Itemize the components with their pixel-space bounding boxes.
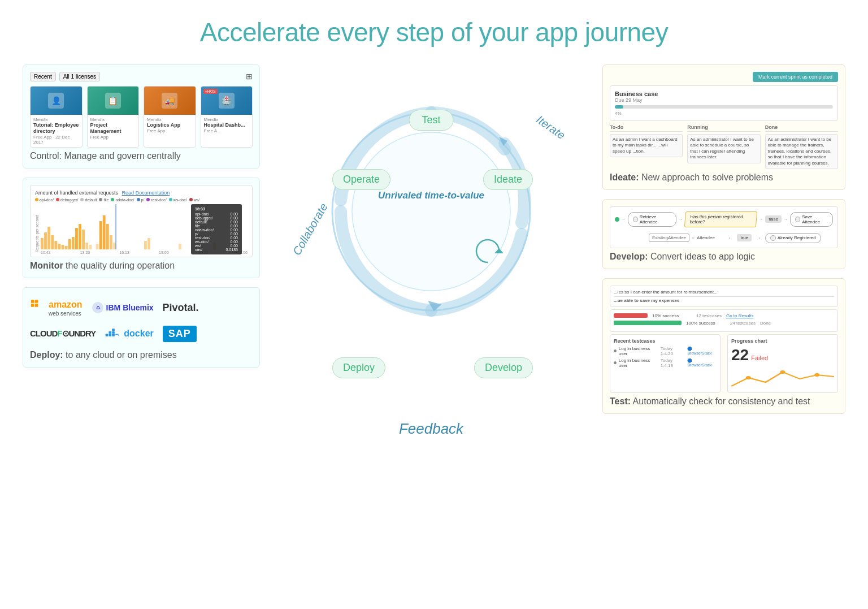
svg-rect-11 <box>79 224 81 249</box>
legend-file: file <box>99 198 108 202</box>
svg-rect-35 <box>109 331 112 334</box>
ibm-text: IBM Bluemix <box>106 303 154 312</box>
svg-point-45 <box>814 373 819 377</box>
ideate-bold: Ideate: <box>610 172 639 182</box>
app-card-header-logistics: 🚚 <box>144 87 196 115</box>
app-card-employee[interactable]: 👤 Mendix Tutorial: Employee directory Fr… <box>30 86 83 148</box>
vendor-label: Mendix <box>90 117 136 122</box>
tooltip-row-p: p/0.00 <box>195 232 238 236</box>
docker-logo: docker <box>105 327 153 340</box>
page-container: Accelerate every step of your app journe… <box>0 0 868 609</box>
ibm-logo: ♺ IBM Bluemix <box>92 301 154 314</box>
cloudfoundry-logo: CLOUDF⊙UNDRY <box>30 329 96 339</box>
story-text-1: ...ies so I can enter the amount for rei… <box>614 290 834 297</box>
develop-label: Develop: Convert ideas to app logic <box>610 252 838 262</box>
svg-point-43 <box>746 376 751 379</box>
svg-rect-13 <box>85 243 88 249</box>
develop-bold: Develop: <box>610 252 648 261</box>
business-case: Business case Due 29 May 4% <box>610 85 838 121</box>
svg-rect-18 <box>106 224 109 249</box>
kanban-todo-col: To-do As an admin I want a dashboard to … <box>610 124 683 169</box>
tooltip-row-rest: rest-doc/0.00 <box>195 236 238 240</box>
logistics-icon: 🚚 <box>162 93 177 109</box>
develop-rest: Convert ideas to app logic <box>648 252 755 261</box>
tooltip-time: 18:33 <box>195 207 238 211</box>
kanban-todo-header: To-do <box>610 124 683 132</box>
bc-pct: 4% <box>615 111 833 116</box>
hospital-icon: 🏥 <box>219 93 235 109</box>
ideate-section: Mark current sprint as completed Busines… <box>602 64 845 190</box>
svg-rect-19 <box>110 235 112 249</box>
vendor-label: Mendix <box>147 117 193 122</box>
svg-rect-27 <box>35 300 38 303</box>
test-node: Test <box>409 110 453 131</box>
svg-rect-5 <box>58 244 61 249</box>
app-card-hospital[interactable]: 🏥 +HOS Mendix Hospital Dashb... Free A..… <box>201 86 253 148</box>
svg-rect-26 <box>31 300 34 303</box>
testcase-row-2: Log in business user Today 1:4:19 🔵 Brow… <box>614 358 717 368</box>
pivotal-text: Pivotal. <box>163 302 199 314</box>
amazon-logo: amazon web services <box>30 299 83 317</box>
tooltip-row-odata: odata-doc/0.00 <box>195 228 238 232</box>
legend-odata: odata-doc/ <box>111 198 134 202</box>
brand-logos: amazon web services ♺ IBM Bluemix <box>30 295 253 347</box>
chart-tooltip: 18:33 api-doc/0.00 debugger/0.00 default… <box>191 204 242 254</box>
operate-node: Operate <box>332 169 390 190</box>
amazon-text: amazon <box>49 300 83 310</box>
app-card-body-project: Mendix Project Management Free App <box>88 115 139 142</box>
test-bar-pass <box>614 321 682 325</box>
testcase-row-1: Log in business user Today 1:4:20 🔵 Brow… <box>614 346 717 356</box>
three-column-layout: Recent All 1 licenses ⊞ 👤 Mendix Tutoria… <box>23 64 845 460</box>
kanban-running-card: As an administrator I want to be able to… <box>687 134 760 163</box>
legend-ws: ws/ <box>189 198 200 202</box>
testcase-browser-2: 🔵 BrowserStack <box>687 359 717 367</box>
app-card-header-hospital: 🏥 +HOS <box>201 87 253 115</box>
tooltip-row-xas: xas/0.0185 <box>195 248 238 252</box>
deploy-label: Deploy: to any cloud or on premises <box>30 350 253 360</box>
story-text-2: ...ue able to save my expenses <box>614 298 834 303</box>
svg-rect-29 <box>35 304 38 307</box>
app-name: Hospital Dashb... <box>204 122 250 128</box>
sap-logo: SAP <box>163 326 197 342</box>
kanban-full: To-do As an admin I want a dashboard to … <box>610 124 838 169</box>
cloudfoundry-text: CLOUDF⊙UNDRY <box>30 329 96 339</box>
flow-row-1: → Retrieve Attendee → Has this person re… <box>615 211 833 227</box>
go-to-results-link[interactable]: Go to Results <box>726 313 753 318</box>
recent-button[interactable]: Recent <box>30 72 56 81</box>
chart-bars-area: 18:33 api-doc/0.00 debugger/0.00 default… <box>41 204 248 249</box>
webservices-text: web services <box>30 310 81 317</box>
test-result-label-2: 100% success <box>686 321 726 326</box>
mark-sprint-btn[interactable]: Mark current sprint as completed <box>753 72 838 82</box>
license-button[interactable]: All 1 licenses <box>59 72 100 81</box>
docker-icon <box>105 327 121 340</box>
progress-chart-box: Progress chart 22 Failed <box>727 334 838 393</box>
app-toolbar: Recent All 1 licenses ⊞ <box>30 72 253 81</box>
mini-chart <box>731 366 834 389</box>
right-panel: Mark current sprint as completed Busines… <box>602 64 845 414</box>
test-bold: Test: <box>610 396 631 406</box>
develop-section: → Retrieve Attendee → Has this person re… <box>602 199 845 269</box>
left-panel: Recent All 1 licenses ⊞ 👤 Mendix Tutoria… <box>23 64 260 368</box>
deploy-rest: to any cloud or on premises <box>63 350 177 360</box>
page-title: Accelerate every step of your app journe… <box>23 17 845 47</box>
app-card-logistics[interactable]: 🚚 Mendix Logistics App Free App <box>144 86 196 148</box>
kanban-running-col: Running As an administrator I want to be… <box>687 124 760 169</box>
test-result-count-2: 24 testcases <box>730 321 756 326</box>
kanban-running-header: Running <box>687 124 760 132</box>
svg-rect-21 <box>144 241 147 249</box>
cycle-diagram-wrapper: Unrivaled time-to-value Test Operate Ide… <box>313 76 550 460</box>
svg-rect-34 <box>112 334 115 336</box>
has-person-node: Has this person registered before? <box>684 211 758 227</box>
done-label: Done <box>760 321 771 326</box>
kanban-board: To-do As an admin I want a dashboard to … <box>610 124 838 169</box>
grid-icon[interactable]: ⊞ <box>246 72 253 81</box>
legend-ws-doc: ws-doc/ <box>169 198 187 202</box>
mini-chart-svg <box>731 366 834 389</box>
test-label: Test: Automatically check for consistenc… <box>610 396 838 407</box>
y-axis-label: Requests per second <box>35 204 39 252</box>
true-node: true <box>737 234 752 241</box>
chart-link[interactable]: Read Documentation <box>122 190 170 196</box>
progress-failed: 22 Failed <box>731 346 834 364</box>
testcase-header: Recent testcases <box>614 338 717 344</box>
app-card-project[interactable]: 📋 Mendix Project Management Free App <box>87 86 140 148</box>
